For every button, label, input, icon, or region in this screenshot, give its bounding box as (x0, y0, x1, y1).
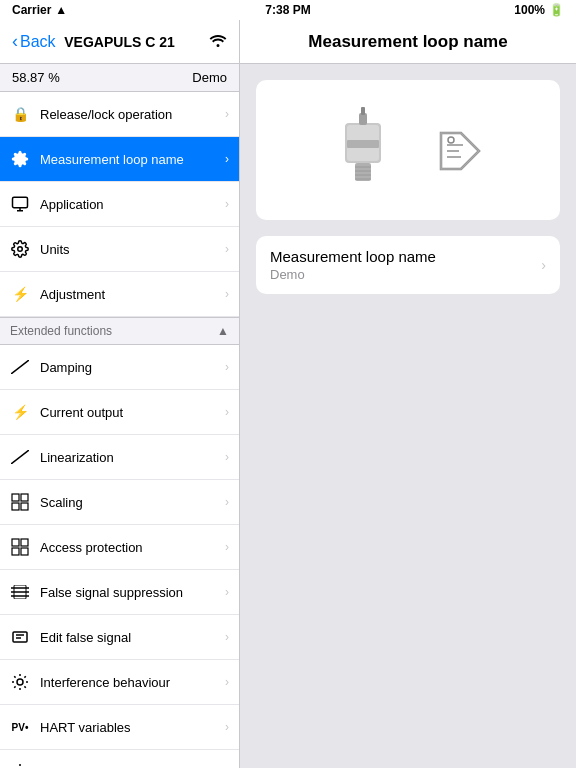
damping-icon (8, 355, 32, 379)
chevron-right-icon: › (225, 540, 229, 554)
menu-label-false-signal-suppression: False signal suppression (40, 585, 221, 600)
signal-icon: ▲ (55, 3, 67, 17)
chevron-right-icon: › (225, 197, 229, 211)
extended-functions-items: Damping › ⚡ Current output › Linearizati… (0, 345, 239, 768)
chevron-right-icon: › (225, 242, 229, 256)
battery-label: 100% (514, 3, 545, 17)
chevron-right-icon: › (225, 405, 229, 419)
chevron-right-icon: › (225, 675, 229, 689)
menu-label-application: Application (40, 197, 221, 212)
settings-icon (8, 147, 32, 171)
chevron-right-icon: › (225, 720, 229, 734)
chevron-right-icon: › (225, 287, 229, 301)
svg-line-5 (11, 360, 29, 374)
chevron-right-icon: › (225, 360, 229, 374)
device-image-card (256, 80, 560, 220)
application-icon (8, 192, 32, 216)
units-icon (8, 237, 32, 261)
right-nav-title: Measurement loop name (308, 32, 507, 52)
chevron-right-icon-active: › (225, 152, 229, 166)
status-bar-left: Carrier ▲ (12, 3, 67, 17)
menu-item-interference-behaviour[interactable]: Interference behaviour › (0, 660, 239, 705)
info-card-content: Measurement loop name Demo (270, 248, 436, 282)
svg-rect-7 (12, 494, 19, 501)
menu-label-release-lock: Release/lock operation (40, 107, 221, 122)
menu-item-measurement-loop[interactable]: Measurement loop name › (0, 137, 239, 182)
menu-item-release-lock[interactable]: 🔒 Release/lock operation › (0, 92, 239, 137)
info-card[interactable]: Measurement loop name Demo › (256, 236, 560, 294)
svg-rect-19 (13, 632, 27, 642)
svg-rect-9 (12, 503, 19, 510)
menu-label-access-protection: Access protection (40, 540, 221, 555)
carrier-label: Carrier (12, 3, 51, 17)
svg-rect-1 (13, 197, 28, 208)
back-label: Back (20, 33, 56, 51)
menu-label-interference-behaviour: Interference behaviour (40, 675, 221, 690)
svg-rect-36 (347, 140, 379, 148)
false-signal-suppression-icon (8, 580, 32, 604)
menu-label-measurement-loop: Measurement loop name (40, 152, 221, 167)
menu-item-false-signal-suppression[interactable]: False signal suppression › (0, 570, 239, 615)
mode-label: Demo (192, 70, 227, 85)
section-header-extended[interactable]: Extended functions ▲ (0, 317, 239, 345)
access-protection-icon (8, 535, 32, 559)
menu-item-damping[interactable]: Damping › (0, 345, 239, 390)
menu-item-adjustment[interactable]: ⚡ Adjustment › (0, 272, 239, 317)
menu-label-adjustment: Adjustment (40, 287, 221, 302)
menu-label-damping: Damping (40, 360, 221, 375)
menu-label-units: Units (40, 242, 221, 257)
svg-point-22 (17, 679, 23, 685)
info-card-chevron: › (541, 257, 546, 273)
menu-item-application[interactable]: Application › (0, 182, 239, 227)
hart-variables-icon: PV• (8, 715, 32, 739)
menu-label-linearization: Linearization (40, 450, 221, 465)
collapse-icon-extended: ▲ (217, 324, 229, 338)
lock-icon: 🔒 (8, 102, 32, 126)
menu-label-scaling: Scaling (40, 495, 221, 510)
menu-item-hart-variables[interactable]: PV• HART variables › (0, 705, 239, 750)
status-bar-right: 100% 🔋 (514, 3, 564, 17)
svg-rect-11 (12, 539, 19, 546)
menu-item-scaling[interactable]: Scaling › (0, 480, 239, 525)
chevron-right-icon: › (225, 630, 229, 644)
current-output-icon: ⚡ (8, 400, 32, 424)
menu-item-linearization[interactable]: Linearization › (0, 435, 239, 480)
info-card-title: Measurement loop name (270, 248, 436, 265)
menu-item-units[interactable]: Units › (0, 227, 239, 272)
chevron-right-icon: › (225, 107, 229, 121)
chevron-right-icon: › (225, 495, 229, 509)
menu-item-device-address[interactable]: Device address › (0, 750, 239, 768)
menu-label-hart-variables: HART variables (40, 720, 221, 735)
battery-icon: 🔋 (549, 3, 564, 17)
percent-value: 58.87 % (12, 70, 60, 85)
menu-item-access-protection[interactable]: Access protection › (0, 525, 239, 570)
scaling-icon (8, 490, 32, 514)
svg-rect-8 (21, 494, 28, 501)
menu-label-device-address: Device address (40, 765, 221, 769)
top-menu: 🔒 Release/lock operation › Measurement l… (0, 92, 239, 317)
device-name: VEGAPULS C 21 (64, 34, 174, 50)
chevron-right-icon: › (225, 450, 229, 464)
menu-item-current-output[interactable]: ⚡ Current output › (0, 390, 239, 435)
tag-illustration (433, 125, 483, 175)
back-button[interactable]: ‹ Back (0, 31, 68, 52)
svg-point-4 (18, 247, 23, 252)
svg-rect-12 (21, 539, 28, 546)
device-address-icon (8, 760, 32, 768)
svg-rect-38 (361, 107, 365, 115)
menu-item-edit-false-signal[interactable]: Edit false signal › (0, 615, 239, 660)
left-panel: 58.87 % Demo 🔒 Release/lock operation › … (0, 64, 240, 768)
svg-point-47 (448, 137, 454, 143)
wifi-icon (209, 33, 239, 50)
section-label-extended: Extended functions (10, 324, 112, 338)
chevron-right-icon: › (225, 585, 229, 599)
sensor-illustration (333, 105, 393, 195)
right-panel: Measurement loop name Demo › (240, 64, 576, 768)
svg-rect-10 (21, 503, 28, 510)
menu-label-edit-false-signal: Edit false signal (40, 630, 221, 645)
adjustment-icon: ⚡ (8, 282, 32, 306)
svg-rect-13 (12, 548, 19, 555)
chevron-left-icon: ‹ (12, 31, 18, 52)
percent-bar: 58.87 % Demo (0, 64, 239, 92)
svg-line-6 (11, 450, 29, 464)
